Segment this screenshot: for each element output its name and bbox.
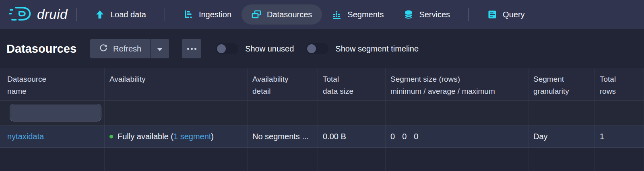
table-row-nytaxidata: nytaxidata Fully available ( 1 segment )… — [0, 126, 644, 148]
show-segment-timeline-switch[interactable] — [306, 43, 328, 54]
column-header-availability[interactable]: Availability — [105, 68, 248, 100]
more-icon — [187, 48, 189, 50]
nav-divider — [165, 8, 165, 21]
nav-item-label: Load data — [110, 10, 146, 19]
query-editor-icon — [487, 10, 497, 19]
table-empty-row — [0, 148, 644, 171]
more-actions-button[interactable] — [182, 39, 201, 58]
gantt-chart-icon — [184, 10, 193, 19]
segment-size-avg: 0 — [402, 132, 407, 141]
stacked-panels-icon — [252, 10, 261, 19]
nav-item-datasources[interactable]: Datasources — [242, 4, 322, 25]
table-header-row: Datasource name Availability Availabilit… — [0, 68, 644, 101]
refresh-button[interactable]: Refresh — [90, 39, 150, 58]
nav-item-query[interactable]: Query — [477, 4, 535, 25]
column-header-datasource-name[interactable]: Datasource name — [0, 68, 105, 100]
nav-item-label: Datasources — [267, 10, 312, 19]
segment-granularity-cell: Day — [528, 126, 595, 147]
page-title: Datasources — [6, 42, 76, 56]
nav-divider — [469, 8, 469, 21]
column-header-total-rows[interactable]: Total rows — [595, 68, 644, 100]
nav-item-label: Services — [419, 10, 450, 19]
nav-item-segments[interactable]: Segments — [322, 4, 394, 25]
upload-arrow-icon — [95, 10, 105, 19]
datasources-table: Datasource name Availability Availabilit… — [0, 68, 644, 171]
datasource-name-link[interactable]: nytaxidata — [7, 132, 44, 141]
column-header-segment-granularity[interactable]: Segment granularity — [528, 68, 595, 100]
chevron-down-icon — [157, 44, 163, 54]
bar-chart-icon — [332, 10, 342, 19]
availability-text: Fully available ( — [118, 132, 173, 141]
nav-item-label: Ingestion — [199, 10, 231, 19]
segment-size-min: 0 — [390, 132, 395, 141]
nav-item-label: Query — [503, 10, 524, 19]
datasource-name-cell: nytaxidata — [0, 126, 105, 147]
show-unused-toggle-group: Show unused — [216, 43, 294, 54]
column-header-segment-size[interactable]: Segment size (rows) minimum / average / … — [386, 68, 528, 100]
refresh-split-button: Refresh — [90, 39, 169, 58]
availability-text-suffix: ) — [211, 132, 214, 141]
show-segment-timeline-toggle-group: Show segment timeline — [306, 43, 419, 54]
switch-knob — [217, 44, 226, 53]
nav-item-services[interactable]: Services — [394, 4, 460, 25]
column-header-total-data-size[interactable]: Total data size — [318, 68, 386, 100]
brand-wordmark: druid — [37, 7, 68, 22]
nav-item-ingestion[interactable]: Ingestion — [173, 4, 242, 25]
druid-logo-icon — [9, 5, 32, 24]
nav-item-load-data[interactable]: Load data — [85, 4, 156, 25]
table-filter-row — [0, 101, 644, 126]
availability-detail-cell: No segments ... — [248, 126, 318, 147]
refresh-icon — [99, 43, 108, 54]
database-icon — [404, 10, 413, 19]
datasource-name-filter-input[interactable] — [10, 104, 101, 122]
switch-knob — [307, 44, 316, 53]
total-rows-cell: 1 — [595, 126, 644, 147]
column-header-availability-detail[interactable]: Availability detail — [248, 68, 318, 100]
show-unused-switch[interactable] — [216, 43, 238, 54]
availability-status-dot — [109, 135, 113, 138]
filter-cell-datasource-name — [0, 101, 105, 125]
segment-size-cell: 0 0 0 — [386, 126, 528, 147]
availability-cell: Fully available ( 1 segment ) — [105, 126, 248, 147]
segment-count-link[interactable]: 1 segment — [173, 132, 211, 141]
top-navbar: druid Load data Ingestion — [0, 0, 644, 29]
segment-size-max: 0 — [414, 132, 418, 141]
nav-divider — [76, 8, 76, 21]
datasources-toolbar: Datasources Refresh Show unused — [0, 29, 644, 68]
refresh-button-label: Refresh — [113, 44, 141, 54]
show-segment-timeline-label: Show segment timeline — [335, 44, 419, 54]
nav-item-label: Segments — [347, 10, 384, 19]
show-unused-label: Show unused — [245, 44, 294, 54]
total-data-size-cell: 0.00 B — [318, 126, 386, 147]
druid-logo[interactable]: druid — [9, 5, 68, 24]
refresh-interval-dropdown-button[interactable] — [150, 39, 169, 58]
